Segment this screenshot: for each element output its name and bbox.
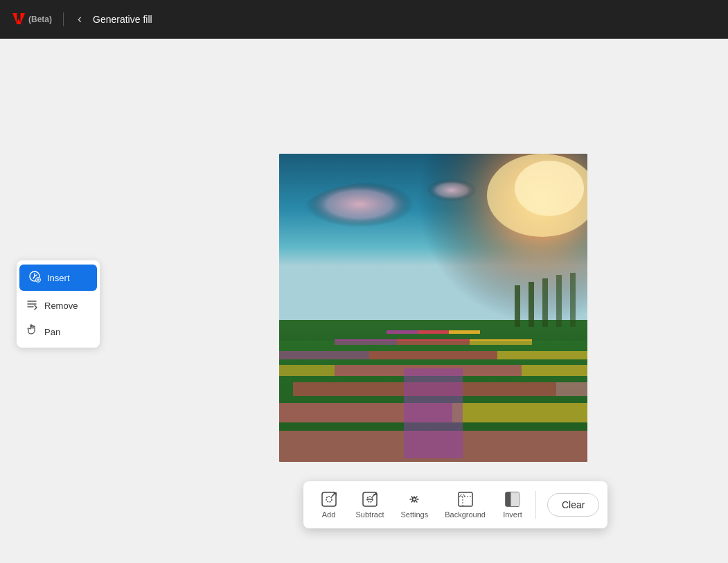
svg-rect-30 xyxy=(404,368,463,458)
svg-rect-12 xyxy=(418,330,449,334)
main-area: Insert Remove Pan xyxy=(0,39,728,563)
svg-rect-41 xyxy=(506,492,511,506)
add-label: Add xyxy=(322,510,336,519)
invert-icon xyxy=(504,491,521,508)
invert-button[interactable]: Invert xyxy=(495,487,530,523)
settings-label: Settings xyxy=(400,510,428,519)
toolbar-divider xyxy=(535,491,536,519)
svg-rect-9 xyxy=(542,278,548,327)
main-image xyxy=(279,154,587,462)
settings-icon xyxy=(406,491,423,508)
svg-rect-42 xyxy=(511,492,520,506)
svg-rect-8 xyxy=(529,282,534,327)
page-title: Generative fill xyxy=(93,14,152,25)
subtract-button[interactable]: Subtract xyxy=(349,487,391,523)
subtract-icon xyxy=(362,491,378,508)
settings-button[interactable]: Settings xyxy=(393,487,435,523)
clear-button[interactable]: Clear xyxy=(547,493,599,517)
tool-insert[interactable]: Insert xyxy=(19,265,97,291)
svg-rect-13 xyxy=(449,330,480,334)
subtract-label: Subtract xyxy=(356,510,384,519)
image-content xyxy=(279,154,587,462)
svg-rect-38 xyxy=(459,492,472,506)
left-toolbar: Insert Remove Pan xyxy=(17,260,100,348)
background-button[interactable]: Background xyxy=(438,487,492,523)
svg-rect-10 xyxy=(556,275,562,327)
background-label: Background xyxy=(445,510,486,519)
insert-label: Insert xyxy=(47,273,70,283)
background-icon xyxy=(457,491,474,508)
beta-label: (Beta) xyxy=(28,15,52,24)
back-button[interactable]: ‹ xyxy=(75,9,85,29)
insert-icon xyxy=(28,270,42,285)
bottom-toolbar: Add Subtract Se xyxy=(303,481,608,528)
svg-rect-7 xyxy=(515,285,520,327)
svg-point-37 xyxy=(413,498,416,501)
invert-label: Invert xyxy=(503,510,522,519)
add-button[interactable]: Add xyxy=(312,487,346,523)
image-container xyxy=(279,154,587,462)
svg-rect-14 xyxy=(387,330,418,334)
svg-point-34 xyxy=(326,497,332,502)
tool-remove[interactable]: Remove xyxy=(17,292,100,319)
remove-icon xyxy=(25,298,39,313)
pan-icon xyxy=(25,324,39,339)
back-icon: ‹ xyxy=(78,12,82,26)
svg-rect-11 xyxy=(570,273,576,327)
adobe-logo: (Beta) xyxy=(11,12,52,27)
remove-label: Remove xyxy=(44,301,78,311)
tool-pan[interactable]: Pan xyxy=(17,319,100,345)
add-icon xyxy=(321,491,337,508)
pan-label: Pan xyxy=(44,327,60,337)
header-divider xyxy=(63,12,64,26)
app-header: (Beta) ‹ Generative fill xyxy=(0,0,728,39)
svg-point-6 xyxy=(515,161,584,216)
